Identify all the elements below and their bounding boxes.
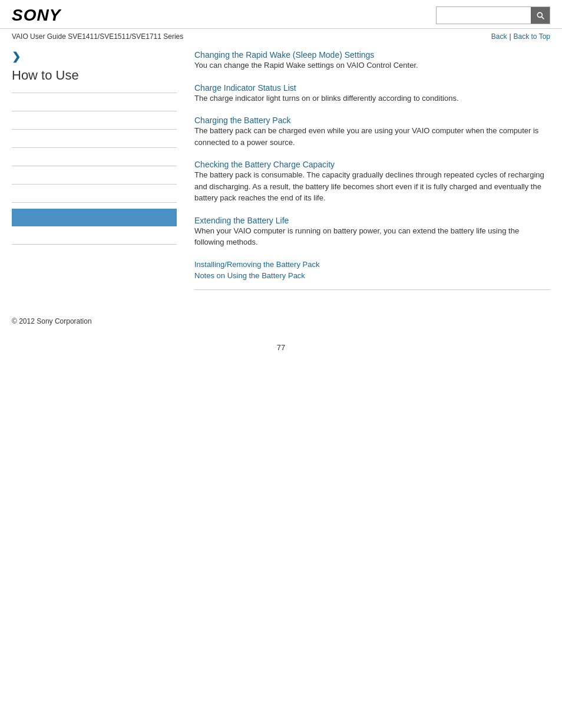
section-extending-battery-title[interactable]: Extending the Battery Life — [194, 216, 289, 225]
content-bottom-divider — [194, 289, 550, 290]
back-to-top-link[interactable]: Back to Top — [514, 32, 550, 41]
sidebar-divider-1 — [12, 93, 177, 93]
search-icon — [535, 11, 545, 20]
sidebar-highlight — [12, 209, 177, 226]
section-rapid-wake-text: You can change the Rapid Wake settings o… — [194, 60, 550, 71]
sony-logo: SONY — [12, 6, 61, 25]
section-rapid-wake-title[interactable]: Changing the Rapid Wake (Sleep Mode) Set… — [194, 50, 374, 60]
back-link[interactable]: Back — [491, 32, 507, 41]
related-link-notes[interactable]: Notes on Using the Battery Pack — [194, 271, 550, 280]
page-number: 77 — [0, 331, 562, 364]
section-checking-battery-text: The battery pack is consumable. The capa… — [194, 169, 550, 204]
related-link-installing[interactable]: Installing/Removing the Battery Pack — [194, 260, 550, 269]
section-charge-indicator-title[interactable]: Charge Indicator Status List — [194, 83, 296, 93]
search-button[interactable] — [531, 7, 550, 24]
section-charge-indicator-text: The charge indicator light turns on or b… — [194, 93, 550, 104]
search-input[interactable] — [437, 7, 531, 24]
section-extending-battery-text: When your VAIO computer is running on ba… — [194, 225, 550, 248]
sidebar-divider-3 — [12, 129, 177, 130]
main-container: ❯ How to Use Changing the Rapid Wake (Sl… — [0, 44, 562, 305]
search-box — [436, 6, 550, 24]
sidebar-divider-4 — [12, 147, 177, 148]
header: SONY — [0, 0, 562, 29]
section-checking-battery: Checking the Battery Charge Capacity The… — [194, 160, 550, 204]
section-extending-battery: Extending the Battery Life When your VAI… — [194, 216, 550, 248]
sidebar-divider-5 — [12, 166, 177, 166]
section-rapid-wake: Changing the Rapid Wake (Sleep Mode) Set… — [194, 50, 550, 71]
section-checking-battery-title[interactable]: Checking the Battery Charge Capacity — [194, 160, 335, 169]
section-charging-battery-text: The battery pack can be charged even whi… — [194, 125, 550, 148]
sidebar-divider-7 — [12, 202, 177, 203]
sidebar-title: How to Use — [12, 68, 177, 83]
nav-title: VAIO User Guide SVE1411/SVE1511/SVE1711 … — [12, 32, 183, 41]
nav-bar: VAIO User Guide SVE1411/SVE1511/SVE1711 … — [0, 29, 562, 44]
nav-links: Back | Back to Top — [491, 32, 550, 41]
content-area: Changing the Rapid Wake (Sleep Mode) Set… — [189, 50, 550, 299]
section-charging-battery: Charging the Battery Pack The battery pa… — [194, 116, 550, 148]
sidebar-divider-2 — [12, 111, 177, 111]
sidebar-divider-6 — [12, 184, 177, 185]
sidebar-chevron[interactable]: ❯ — [12, 50, 177, 63]
nav-separator: | — [509, 32, 511, 41]
sidebar-divider-8 — [12, 244, 177, 245]
footer-copyright: © 2012 Sony Corporation — [0, 305, 562, 331]
sidebar: ❯ How to Use — [12, 50, 189, 299]
section-charging-battery-title[interactable]: Charging the Battery Pack — [194, 116, 290, 125]
related-links: Installing/Removing the Battery Pack Not… — [194, 260, 550, 280]
section-charge-indicator: Charge Indicator Status List The charge … — [194, 83, 550, 104]
